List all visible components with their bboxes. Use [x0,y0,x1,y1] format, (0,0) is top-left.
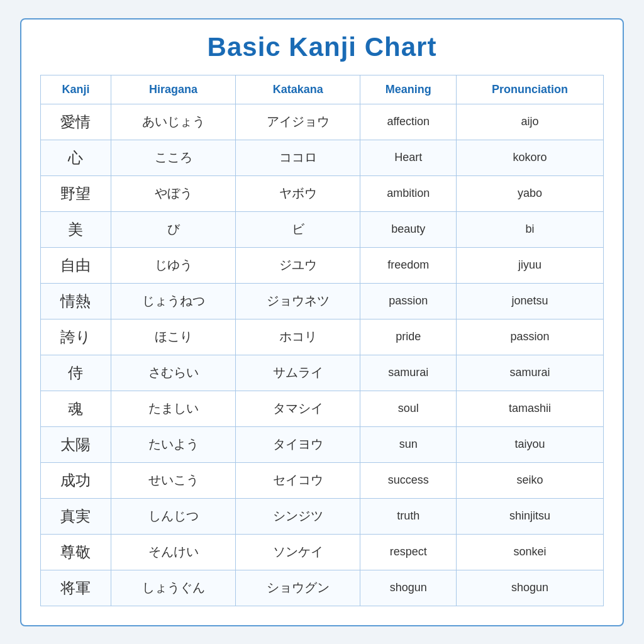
table-row: 野望やぼうヤボウambitionyabo [41,175,604,211]
kanji-cell: 野望 [41,175,111,211]
table-row: 尊敬そんけいソンケイrespectsonkei [41,534,604,570]
meaning-cell: samurai [360,355,457,391]
kanji-table: Kanji Hiragana Katakana Meaning Pronunci… [40,75,604,606]
katakana-cell: ヤボウ [236,175,360,211]
hiragana-cell: しょうぐん [111,570,235,606]
katakana-cell: ジョウネツ [236,283,360,319]
hiragana-cell: そんけい [111,534,235,570]
meaning-cell: success [360,462,457,498]
col-header-pronunciation: Pronunciation [457,75,604,104]
katakana-cell: タマシイ [236,391,360,426]
table-header-row: Kanji Hiragana Katakana Meaning Pronunci… [41,75,604,104]
kanji-cell: 太陽 [41,426,111,462]
pronunciation-cell: sonkei [457,534,604,570]
hiragana-cell: せいこう [111,462,235,498]
table-row: 成功せいこうセイコウsuccessseiko [41,462,604,498]
meaning-cell: Heart [360,140,457,175]
table-row: 魂たましいタマシイsoultamashii [41,391,604,426]
kanji-cell: 心 [41,140,111,175]
hiragana-cell: やぼう [111,175,235,211]
table-row: 情熱じょうねつジョウネツpassionjonetsu [41,283,604,319]
katakana-cell: ココロ [236,140,360,175]
meaning-cell: soul [360,391,457,426]
hiragana-cell: あいじょう [111,104,235,140]
kanji-cell: 美 [41,211,111,247]
pronunciation-cell: tamashii [457,391,604,426]
pronunciation-cell: aijo [457,104,604,140]
pronunciation-cell: jonetsu [457,283,604,319]
katakana-cell: アイジョウ [236,104,360,140]
table-row: 将軍しょうぐんショウグンshogunshogun [41,570,604,606]
meaning-cell: shogun [360,570,457,606]
table-row: 侍さむらいサムライsamuraisamurai [41,355,604,391]
pronunciation-cell: bi [457,211,604,247]
kanji-cell: 将軍 [41,570,111,606]
katakana-cell: ホコリ [236,319,360,355]
katakana-cell: ジユウ [236,247,360,283]
katakana-cell: シンジツ [236,498,360,534]
meaning-cell: truth [360,498,457,534]
col-header-katakana: Katakana [236,75,360,104]
chart-title: Basic Kanji Chart [40,32,604,62]
hiragana-cell: じょうねつ [111,283,235,319]
pronunciation-cell: kokoro [457,140,604,175]
kanji-cell: 真実 [41,498,111,534]
kanji-cell: 成功 [41,462,111,498]
meaning-cell: pride [360,319,457,355]
meaning-cell: ambition [360,175,457,211]
katakana-cell: ビ [236,211,360,247]
table-row: 心こころココロHeartkokoro [41,140,604,175]
pronunciation-cell: taiyou [457,426,604,462]
kanji-cell: 情熱 [41,283,111,319]
meaning-cell: affection [360,104,457,140]
hiragana-cell: ほこり [111,319,235,355]
pronunciation-cell: seiko [457,462,604,498]
hiragana-cell: しんじつ [111,498,235,534]
table-row: 誇りほこりホコリpridepassion [41,319,604,355]
kanji-cell: 自由 [41,247,111,283]
kanji-cell: 尊敬 [41,534,111,570]
pronunciation-cell: shinjitsu [457,498,604,534]
pronunciation-cell: yabo [457,175,604,211]
col-header-kanji: Kanji [41,75,111,104]
hiragana-cell: たいよう [111,426,235,462]
pronunciation-cell: samurai [457,355,604,391]
kanji-cell: 誇り [41,319,111,355]
hiragana-cell: び [111,211,235,247]
hiragana-cell: たましい [111,391,235,426]
table-row: 太陽たいようタイヨウsuntaiyou [41,426,604,462]
pronunciation-cell: passion [457,319,604,355]
meaning-cell: respect [360,534,457,570]
table-row: 真実しんじつシンジツtruthshinjitsu [41,498,604,534]
col-header-meaning: Meaning [360,75,457,104]
kanji-cell: 侍 [41,355,111,391]
katakana-cell: ショウグン [236,570,360,606]
meaning-cell: passion [360,283,457,319]
table-row: 美びビbeautybi [41,211,604,247]
kanji-cell: 魂 [41,391,111,426]
col-header-hiragana: Hiragana [111,75,235,104]
table-row: 愛情あいじょうアイジョウaffectionaijo [41,104,604,140]
table-row: 自由じゆうジユウfreedomjiyuu [41,247,604,283]
hiragana-cell: さむらい [111,355,235,391]
katakana-cell: サムライ [236,355,360,391]
hiragana-cell: じゆう [111,247,235,283]
katakana-cell: ソンケイ [236,534,360,570]
pronunciation-cell: jiyuu [457,247,604,283]
meaning-cell: freedom [360,247,457,283]
kanji-cell: 愛情 [41,104,111,140]
kanji-chart: Basic Kanji Chart Kanji Hiragana Katakan… [20,18,624,626]
meaning-cell: beauty [360,211,457,247]
meaning-cell: sun [360,426,457,462]
katakana-cell: タイヨウ [236,426,360,462]
katakana-cell: セイコウ [236,462,360,498]
hiragana-cell: こころ [111,140,235,175]
pronunciation-cell: shogun [457,570,604,606]
